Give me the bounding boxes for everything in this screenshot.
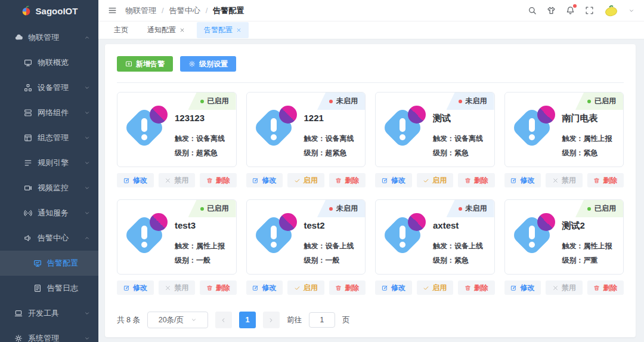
add-alert-button[interactable]: 新增告警 [117,56,173,72]
sidebar-item[interactable]: 组态管理 [0,125,98,150]
delete-button[interactable]: 删除 [329,281,366,295]
status-label: 已启用 [595,96,616,106]
breadcrumb-item[interactable]: 告警中心 [169,5,213,16]
edit-button[interactable]: 修改 [375,173,412,187]
theme-icon[interactable] [547,6,556,15]
toggle-enable-button[interactable]: 启用 [287,281,324,295]
tab[interactable]: 告警配置 [197,22,249,38]
edit-button[interactable]: 修改 [246,281,283,295]
trigger-field: 触发：设备离线 [304,134,360,144]
sidebar-item[interactable]: 设备管理 [0,75,98,100]
level-field: 级别：超紧急 [304,148,360,158]
sidebar-item[interactable]: 告警日志 [0,276,98,301]
collapse-menu-icon[interactable] [108,6,117,15]
close-icon [165,285,171,291]
alert-card-actions: 修改 启用 删除 [246,281,366,295]
toggle-enable-button[interactable]: 禁用 [159,173,196,187]
delete-button[interactable]: 删除 [587,173,624,187]
edit-button[interactable]: 修改 [504,281,541,295]
edit-button[interactable]: 修改 [246,173,283,187]
status-badge: 未启用 [447,200,494,217]
trash-icon [465,177,471,184]
close-icon[interactable] [236,27,242,33]
sidebar-item[interactable]: 通知服务 [0,201,98,226]
delete-button[interactable]: 删除 [458,281,495,295]
divider [117,82,624,83]
toggle-enable-button[interactable]: 启用 [287,173,324,187]
alert-card: 已启用 测试2 [504,199,624,295]
rule-icon [24,159,32,167]
status-dot [587,207,591,211]
sidebar-item[interactable]: 视频监控 [0,175,98,201]
alert-card-body: 已启用 test3 [117,199,237,275]
log-icon [33,284,42,292]
next-page-button[interactable] [263,312,280,328]
toggle-enable-button[interactable]: 禁用 [546,173,583,187]
alert-config-panel: 新增告警 级别设置 已 [105,44,636,337]
edit-icon [382,285,388,291]
tab[interactable]: 通知配置 [140,22,192,38]
alert-card-body: 未启用 test2 [246,199,366,275]
delete-button[interactable]: 删除 [329,173,366,187]
chevron-down-icon [191,317,197,323]
close-icon[interactable] [179,27,185,33]
cloud-icon [14,33,23,42]
brand-logo-icon [21,5,32,16]
trigger-field: 触发：设备上线 [304,241,360,251]
page-size-select[interactable]: 20条/页 [147,312,208,328]
delete-button[interactable]: 删除 [200,281,237,295]
edit-button[interactable]: 修改 [117,281,154,295]
sidebar-item[interactable]: 告警中心 [0,226,98,251]
toggle-enable-button[interactable]: 禁用 [546,281,583,295]
fullscreen-icon[interactable] [585,6,594,15]
overview-icon [24,58,32,67]
alert-card: 已启用 123123 [117,92,237,187]
status-label: 已启用 [208,96,229,106]
breadcrumb-item[interactable]: 告警配置 [213,5,244,16]
edit-button[interactable]: 修改 [117,173,154,187]
sidebar-item[interactable]: 开发工具 [0,301,98,326]
sidebar-item[interactable]: 物联概览 [0,50,98,75]
status-badge: 已启用 [188,93,236,110]
chevron-icon [84,85,90,91]
delete-button[interactable]: 删除 [200,173,237,187]
notification-bell-icon[interactable] [566,6,575,15]
edit-button[interactable]: 修改 [375,281,412,295]
toggle-enable-button[interactable]: 禁用 [159,281,196,295]
sidebar-item[interactable]: 告警配置 [0,251,98,276]
sidebar-item[interactable]: 系统管理 [0,326,98,342]
toggle-enable-button[interactable]: 启用 [417,281,454,295]
alert-name: 1221 [304,113,360,123]
check-icon [294,177,301,184]
tab[interactable]: 主页 [107,22,135,38]
current-page[interactable]: 1 [239,312,256,328]
edit-button[interactable]: 修改 [504,173,541,187]
search-icon[interactable] [528,6,537,15]
alert-card-actions: 修改 启用 删除 [246,173,366,187]
sidebar-item[interactable]: 物联管理 [0,25,98,50]
delete-button[interactable]: 删除 [458,173,495,187]
user-avatar[interactable] [604,4,618,18]
level-settings-button[interactable]: 级别设置 [180,56,236,72]
pagination: 共 8 条 20条/页 1 前往 页 [117,312,624,328]
sidebar-item[interactable]: 网络组件 [0,100,98,125]
scada-icon [24,134,32,142]
chevron-icon [84,310,90,316]
delete-button[interactable]: 删除 [587,281,624,295]
gear-icon [188,60,196,67]
sidebar-item[interactable]: 规则引擎 [0,150,98,175]
status-badge: 未启用 [447,93,494,110]
alert-card-body: 已启用 123123 [117,92,237,167]
device-icon [24,84,32,92]
tabbar: 主页 通知配置 告警配置 [98,21,644,39]
alert-card: 未启用 test2 [246,199,366,295]
user-menu-caret-icon[interactable] [628,8,634,14]
alert-name: 测试 [433,113,488,124]
brand[interactable]: SagooIOT [0,0,98,21]
prev-page-button[interactable] [215,312,232,328]
alert-card-grid: 已启用 123123 [117,92,624,295]
toggle-enable-button[interactable]: 启用 [417,173,454,187]
goto-page-input[interactable] [309,312,335,328]
add-icon [125,60,132,67]
breadcrumb-item[interactable]: 物联管理 [125,5,169,16]
